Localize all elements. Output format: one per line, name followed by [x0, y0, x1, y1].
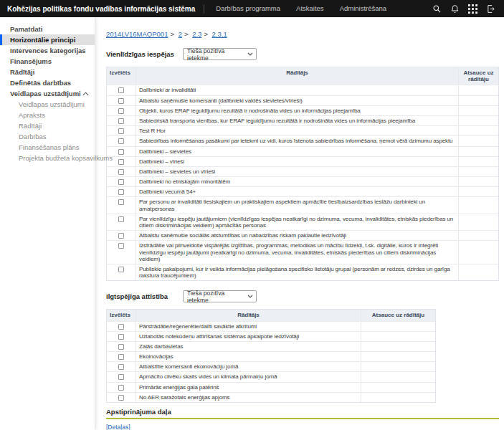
checkbox-cell — [107, 231, 135, 240]
reference-cell — [458, 187, 498, 196]
reference-cell — [458, 157, 498, 166]
sidebar-item-label: Apraksts — [19, 111, 45, 119]
reference-cell — [458, 177, 498, 186]
header-divider — [204, 4, 204, 14]
table-row: Pārstrādātie/reģenerētie/dalīti savāktie… — [107, 321, 435, 331]
sidebar-item[interactable]: Horizontālie principi — [0, 34, 95, 45]
checkbox-cell — [107, 352, 135, 361]
row-checkbox[interactable] — [118, 216, 124, 222]
breadcrumb-link[interactable]: 2014LV16MAOP001 — [106, 30, 168, 38]
table-row: Atbalstītie komersanti ekoinovāciju jomā — [107, 361, 435, 371]
table-row: Dalībnieki – sievietes un vīrieši — [107, 166, 498, 176]
row-checkbox[interactable] — [118, 108, 124, 114]
breadcrumb-link[interactable]: 2 — [179, 30, 182, 38]
checkbox-cell — [107, 342, 135, 351]
row-checkbox[interactable] — [118, 233, 124, 239]
checkbox-cell — [107, 167, 135, 176]
sidebar-item[interactable]: Veidlapas uzstādījumi — [0, 99, 95, 110]
table-row: No AER saražotais enerģijas apjoms — [107, 392, 435, 402]
breadcrumb-separator: > — [204, 30, 208, 38]
top-nav-item[interactable]: Administrēšana — [332, 0, 394, 17]
table-row: Par personu ar invaliditāti tiesiskajiem… — [107, 196, 498, 213]
checkbox-cell — [107, 126, 135, 135]
indicator-label: Uzlabotās notekūdeņu attīrīšanas sistēma… — [135, 332, 361, 341]
top-nav: Darbības programma Atskaites Administrēš… — [208, 0, 394, 17]
checkbox-cell — [107, 85, 135, 95]
sidebar-item[interactable]: Darbības — [0, 131, 95, 142]
sidebar-item-label: Finansējums — [10, 57, 52, 65]
sidebar-item[interactable]: Rādītāji — [0, 120, 95, 131]
indicator-label: Dalībnieki vecumā 54+ — [135, 187, 458, 196]
sidebar-item[interactable]: Projekta budžeta kopsavilkums — [0, 153, 95, 163]
row-checkbox[interactable] — [118, 128, 124, 134]
breadcrumb-link[interactable]: 2.3 — [192, 30, 201, 38]
sidebar-item-label: Intervences kategorijas — [10, 47, 86, 54]
search-icon[interactable] — [432, 4, 442, 14]
row-checkbox[interactable] — [118, 98, 124, 104]
row-checkbox[interactable] — [118, 169, 124, 175]
table-row: Izstrādātie vai pilnveidotie vispārējās … — [107, 240, 498, 264]
sidebar-item-label: Projekta budžeta kopsavilkums — [19, 154, 113, 162]
sidebar-item[interactable]: Pamatdati — [0, 24, 95, 34]
row-checkbox[interactable] — [118, 374, 124, 380]
section-rule — [106, 418, 499, 419]
table-row: Primārās enerģijas gala patēriņš — [107, 382, 435, 392]
row-checkbox[interactable] — [118, 87, 124, 93]
breadcrumb-link[interactable]: 2.3.1 — [212, 30, 227, 38]
indicator-label: Par vienlīdzīgu iespēju jautājumiem (vie… — [135, 214, 458, 230]
top-nav-item[interactable]: Atskaites — [288, 0, 332, 17]
top-nav-item[interactable]: Darbības programma — [208, 0, 288, 17]
app-switcher-icon[interactable] — [467, 4, 477, 14]
indicator-label: Sabiedrības informēšanas pasākumi par ie… — [135, 136, 458, 145]
logout-icon[interactable] — [485, 4, 495, 14]
indicator-label: Par personu ar invaliditāti tiesiskajiem… — [135, 197, 458, 213]
impact-select[interactable]: Tieša pozitīva ietekme — [183, 48, 257, 60]
indicator-label: Publiskie pakalpojumi, kur ir veikta inf… — [135, 264, 458, 280]
row-checkbox[interactable] — [118, 334, 124, 340]
header-reference: Atsauce uz rādītāju — [458, 67, 498, 85]
row-checkbox[interactable] — [118, 199, 124, 205]
sidebar-item[interactable]: Intervences kategorijas — [0, 45, 95, 56]
reference-cell — [458, 147, 498, 156]
indicator-label: Izstrādātie vai pilnveidotie vispārējās … — [135, 241, 458, 264]
checkbox-cell — [107, 332, 135, 341]
sidebar-item[interactable]: Rādītāji — [0, 67, 95, 77]
row-checkbox[interactable] — [118, 159, 124, 165]
sidebar-item[interactable]: Finansējums — [0, 56, 95, 67]
reference-cell — [458, 264, 498, 280]
row-checkbox[interactable] — [118, 189, 124, 195]
row-checkbox[interactable] — [118, 138, 124, 144]
sidebar-item-label: Finansēšanas plāns — [19, 143, 80, 151]
equal-opportunities-table: Izvēlēts Rādītājs Atsauce uz rādītāju Da… — [106, 67, 499, 281]
row-checkbox[interactable] — [118, 267, 124, 272]
sustainable-development-table: Izvēlēts Rādītājs Atsauce uz rādītāju Pā… — [106, 309, 436, 403]
details-link[interactable]: [Detaļas] — [106, 424, 130, 430]
row-checkbox[interactable] — [118, 243, 124, 249]
checkbox-cell — [107, 136, 135, 145]
row-checkbox[interactable] — [118, 395, 124, 401]
row-checkbox[interactable] — [118, 385, 124, 391]
table-row: Objekti, kuros ERAF ieguldījumu rezultāt… — [107, 105, 498, 115]
row-checkbox[interactable] — [118, 354, 124, 360]
sidebar-item-label: Pamatdati — [10, 25, 42, 33]
sidebar-item[interactable]: Veidlapas uzstādījumi — [0, 88, 95, 99]
table-header-row: Izvēlēts Rādītājs Atsauce uz rādītāju — [107, 310, 435, 320]
sidebar-item[interactable]: Apraksts — [0, 110, 95, 120]
row-checkbox[interactable] — [118, 118, 124, 124]
row-checkbox[interactable] — [118, 364, 124, 370]
row-checkbox[interactable] — [118, 344, 124, 350]
sidebar-item[interactable]: Finansēšanas plāns — [0, 142, 95, 153]
notifications-icon[interactable] — [450, 4, 460, 14]
sidebar-item-label: Darbības — [19, 133, 47, 140]
table-row: Atbalstu saņēmušie sociālās atstumtības … — [107, 230, 498, 240]
impact-select-2[interactable]: Tieša pozitīva ietekme — [183, 290, 257, 302]
sidebar-item[interactable]: Definētās darbības — [0, 77, 95, 88]
checkbox-cell — [107, 362, 135, 371]
row-checkbox[interactable] — [118, 179, 124, 185]
breadcrumb: 2014LV16MAOP001> 2> 2.3> 2.3.1> — [106, 30, 499, 39]
row-checkbox[interactable] — [118, 324, 124, 330]
checkbox-cell — [107, 241, 135, 264]
table-row: Atbalstu saņēmušie komersanti (dalībniek… — [107, 95, 498, 105]
row-checkbox[interactable] — [118, 149, 124, 155]
sidebar-item-label: Rādītāji — [10, 68, 34, 76]
